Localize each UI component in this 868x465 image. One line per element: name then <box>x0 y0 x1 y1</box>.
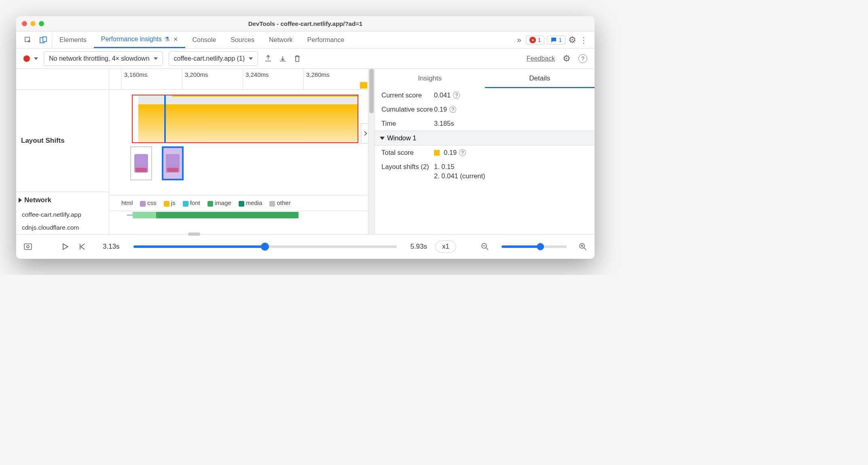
network-host-1[interactable]: coffee-cart.netlify.app <box>16 208 109 221</box>
close-window-button[interactable] <box>22 21 27 26</box>
time-tick: 3,240ms <box>243 69 269 89</box>
time-slider[interactable] <box>133 245 397 248</box>
svg-rect-2 <box>43 37 47 42</box>
time-tick: 3,280ms <box>303 69 330 89</box>
legend-other: other <box>269 199 290 206</box>
zoom-slider[interactable] <box>502 245 566 248</box>
playback-footer: 3.13s 5.93s x1 <box>16 235 595 259</box>
thumbnail-2-selected[interactable] <box>162 146 184 180</box>
device-toolbar-icon[interactable] <box>39 36 48 44</box>
help-icon[interactable]: ? <box>449 106 456 113</box>
resize-handle[interactable] <box>188 232 200 236</box>
thumbnail-1[interactable] <box>130 146 152 180</box>
shift-item-1[interactable]: 1. 0.15 <box>434 163 454 171</box>
more-tabs-icon[interactable]: » <box>514 36 523 44</box>
messages-badge[interactable]: 1 <box>547 36 565 44</box>
kv-current-score: Current score 0.041? <box>375 88 595 102</box>
chevron-down-icon <box>154 57 158 60</box>
details-panel: Insights Details Current score 0.041? Cu… <box>368 69 595 234</box>
devtools-window: DevTools - coffee-cart.netlify.app/?ad=1… <box>16 16 595 259</box>
zoom-in-icon[interactable] <box>578 242 587 251</box>
legend-media: media <box>239 199 263 206</box>
close-tab-icon[interactable]: × <box>174 35 178 44</box>
kv-time: Time 3.185s <box>375 116 595 131</box>
legend-css: css <box>140 199 157 206</box>
layout-shift-track[interactable] <box>109 90 368 171</box>
time-ruler: 3,160ms 3,200ms 3,240ms 3,280ms <box>109 69 368 90</box>
expand-icon <box>19 198 22 203</box>
import-icon[interactable] <box>278 54 287 63</box>
tab-insights[interactable]: Insights <box>375 69 485 88</box>
recording-value: coffee-cart.netlify.app (1) <box>174 55 245 62</box>
sidebar-toggle[interactable] <box>361 123 368 144</box>
net-bar-1[interactable] <box>124 212 368 218</box>
inspect-icon[interactable] <box>23 36 32 44</box>
selection-box <box>132 95 358 143</box>
slider-knob[interactable] <box>261 243 269 251</box>
tab-details[interactable]: Details <box>485 69 595 88</box>
zoom-out-icon[interactable] <box>481 242 489 251</box>
minimize-window-button[interactable] <box>30 21 36 26</box>
chevron-right-icon <box>362 131 367 135</box>
kv-cumulative-score: Cumulative score 0.19? <box>375 102 595 116</box>
kv-total-score: Total score 0.19? <box>375 146 595 160</box>
tab-network[interactable]: Network <box>262 32 300 48</box>
tab-label: Performance insights <box>101 36 162 43</box>
shift-item-2[interactable]: 2. 0.041 (current) <box>434 172 485 180</box>
preview-icon[interactable] <box>23 242 32 251</box>
recording-select[interactable]: coffee-cart.netlify.app (1) <box>169 51 258 66</box>
legend-html: html <box>114 199 133 206</box>
time-tick: 3,200ms <box>182 69 208 89</box>
end-time: 5.93s <box>410 243 427 251</box>
tab-console[interactable]: Console <box>185 32 224 48</box>
legend-js: js <box>164 199 176 206</box>
time-tick: 3,160ms <box>121 69 148 89</box>
network-host-2[interactable]: cdnjs.cloudflare.com <box>16 221 109 234</box>
feedback-link[interactable]: Feedback <box>527 55 555 62</box>
throttling-select[interactable]: No network throttling, 4× slowdown <box>44 51 163 66</box>
content-area: Layout Shifts Network coffee-cart.netlif… <box>16 69 595 235</box>
scroll-thumb[interactable] <box>369 69 374 113</box>
network-label[interactable]: Network <box>16 192 109 208</box>
kv-layout-shifts: Layout shifts (2) 1. 0.15 2. 0.041 (curr… <box>375 160 595 183</box>
chevron-down-icon <box>249 57 253 60</box>
playhead[interactable] <box>164 95 166 143</box>
tab-elements[interactable]: Elements <box>52 32 94 48</box>
panel-settings-icon[interactable]: ⚙ <box>562 54 571 63</box>
svg-rect-3 <box>24 244 32 249</box>
help-icon[interactable]: ? <box>453 92 460 99</box>
tab-sources[interactable]: Sources <box>223 32 262 48</box>
play-button[interactable] <box>61 242 70 251</box>
network-waterfall[interactable] <box>124 212 368 224</box>
tab-performance[interactable]: Performance <box>300 32 352 48</box>
zoom-knob[interactable] <box>537 243 544 250</box>
network-legend: html css js font image media other <box>109 195 368 211</box>
settings-icon[interactable]: ⚙ <box>568 36 577 44</box>
export-icon[interactable] <box>264 54 273 63</box>
error-badge[interactable]: ×1 <box>526 36 544 44</box>
record-button[interactable] <box>23 55 30 62</box>
timeline-panel[interactable]: 3,160ms 3,200ms 3,240ms 3,280ms html c <box>109 69 368 234</box>
delete-icon[interactable] <box>293 54 302 63</box>
kebab-menu-icon[interactable]: ⋮ <box>579 36 588 44</box>
legend-image: image <box>207 199 231 206</box>
insights-toolbar: No network throttling, 4× slowdown coffe… <box>16 49 595 69</box>
scrollbar[interactable] <box>368 69 375 234</box>
legend-font: font <box>183 199 200 206</box>
ruler-spacer <box>16 69 109 90</box>
playback-speed[interactable]: x1 <box>435 241 456 253</box>
tab-performance-insights[interactable]: Performance insights ⚗ × <box>94 32 185 48</box>
record-menu-caret-icon[interactable] <box>34 57 38 60</box>
start-time: 3.13s <box>103 243 120 251</box>
throttling-value: No network throttling, 4× slowdown <box>49 55 150 62</box>
flask-icon: ⚗ <box>164 36 169 43</box>
maximize-window-button[interactable] <box>39 21 44 26</box>
collapse-icon <box>380 137 385 140</box>
help-icon[interactable]: ? <box>459 149 466 156</box>
window-section-header[interactable]: Window 1 <box>375 131 595 146</box>
svg-point-4 <box>27 245 29 248</box>
traffic-lights <box>22 21 44 26</box>
timeline-marker <box>360 82 367 89</box>
help-icon[interactable]: ? <box>578 54 587 63</box>
skip-start-icon[interactable] <box>78 242 87 251</box>
